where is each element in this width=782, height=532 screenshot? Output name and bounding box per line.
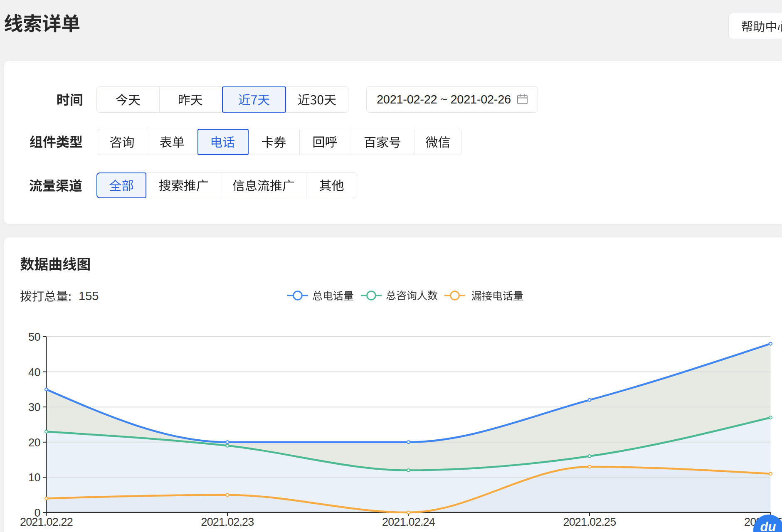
svg-text:du: du — [760, 520, 776, 532]
